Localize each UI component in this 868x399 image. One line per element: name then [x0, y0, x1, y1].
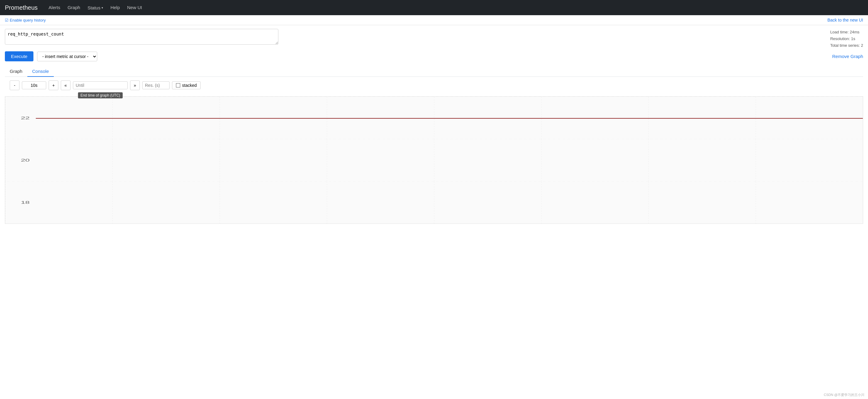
- stacked-checkbox-icon: [176, 83, 180, 88]
- nav-status[interactable]: Status ▾: [84, 5, 107, 10]
- svg-rect-0: [5, 97, 863, 224]
- nav-graph[interactable]: Graph: [64, 0, 84, 15]
- forward-time-button[interactable]: »: [130, 80, 140, 90]
- main-content: req_http_request_count Load time: 24ms R…: [0, 25, 868, 227]
- tabs: Graph Console: [5, 66, 863, 77]
- graph-controls: - + « End time of graph (UTC) » stacked: [5, 77, 863, 90]
- navbar-brand[interactable]: Prometheus: [5, 4, 38, 11]
- query-input[interactable]: req_http_request_count: [5, 29, 278, 45]
- nav-help[interactable]: Help: [107, 0, 123, 15]
- time-range-input[interactable]: [22, 81, 46, 89]
- checkbox-icon: ☑: [5, 18, 8, 23]
- tab-console[interactable]: Console: [27, 66, 54, 77]
- y-label-18: 18: [21, 200, 29, 205]
- query-row: req_http_request_count Load time: 24ms R…: [5, 29, 863, 49]
- zoom-out-button[interactable]: -: [10, 80, 20, 90]
- stacked-button[interactable]: stacked: [172, 81, 200, 89]
- back-to-new-ui-link[interactable]: Back to the new UI: [827, 18, 863, 23]
- chart-area: 22 20 18: [5, 96, 863, 224]
- until-input[interactable]: [73, 81, 128, 89]
- remove-graph-button[interactable]: Remove Graph: [832, 54, 863, 59]
- total-series-stat: Total time series: 2: [830, 42, 863, 49]
- nav-new-ui[interactable]: New UI: [123, 0, 146, 15]
- zoom-in-button[interactable]: +: [49, 80, 58, 90]
- nav-alerts[interactable]: Alerts: [45, 0, 64, 15]
- resolution-input[interactable]: [142, 81, 169, 89]
- navbar: Prometheus Alerts Graph Status ▾ Help Ne…: [0, 0, 868, 15]
- status-caret-icon: ▾: [101, 6, 103, 9]
- y-label-20: 20: [21, 158, 29, 162]
- execute-button[interactable]: Execute: [5, 51, 33, 61]
- insert-metric-select[interactable]: - insert metric at cursor -: [37, 52, 97, 61]
- query-input-wrap: req_http_request_count: [5, 29, 278, 49]
- execute-row: Execute - insert metric at cursor - Remo…: [5, 51, 863, 61]
- resolution-stat: Resolution: 1s: [830, 36, 863, 42]
- y-label-22: 22: [21, 116, 29, 120]
- until-input-wrap: End time of graph (UTC): [73, 81, 128, 89]
- enable-query-history-link[interactable]: ☑ Enable query history: [5, 18, 46, 23]
- back-time-button[interactable]: «: [61, 80, 70, 90]
- query-stats: Load time: 24ms Resolution: 1s Total tim…: [830, 29, 863, 49]
- chart-svg: 22 20 18: [5, 97, 863, 224]
- top-bar: ☑ Enable query history Back to the new U…: [0, 15, 868, 25]
- tab-graph[interactable]: Graph: [5, 66, 27, 77]
- load-time-stat: Load time: 24ms: [830, 29, 863, 36]
